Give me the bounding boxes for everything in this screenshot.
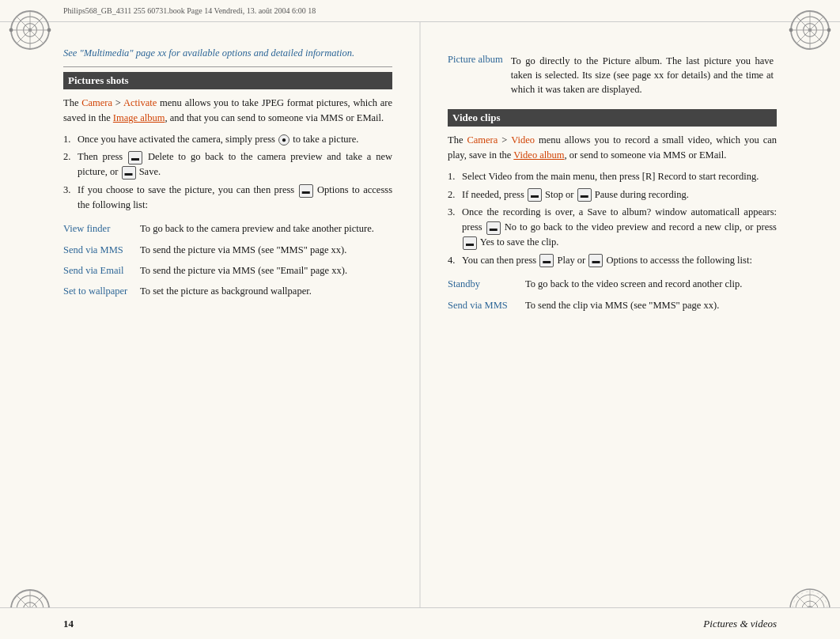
options-key-left: ▬ <box>299 184 313 198</box>
term-viewfinder: View finder <box>63 218 140 239</box>
footer-page-number: 14 <box>63 618 74 630</box>
image-album-link: Image album <box>113 112 165 123</box>
desc-picture-album: To go directly to the Picture album. The… <box>511 51 777 100</box>
options-key-right: ▬ <box>588 254 603 267</box>
content-area: See "Multimedia" page xx for available o… <box>0 22 840 607</box>
save-to-album-link: Save to album? <box>587 206 651 217</box>
section1-body: The Camera > Activate menu allows you to… <box>63 96 392 126</box>
step-r2: 2. If needed, press ▬ Stop or ▬ Pause du… <box>448 187 777 202</box>
section1-header: Pictures shots <box>63 72 392 89</box>
video-select-link: Video <box>488 171 512 182</box>
def-row-sendmms-right: Send via MMS To send the clip via MMS (s… <box>448 295 777 316</box>
def-row-picture-album: Picture album To go directly to the Pict… <box>448 51 777 100</box>
def-row-standby: Standby To go back to the video screen a… <box>448 274 777 294</box>
no-key: ▬ <box>486 221 501 235</box>
def-row-sendmms: Send via MMS To send the picture via MMS… <box>63 240 392 260</box>
picture-album-link: Picture album <box>603 55 660 66</box>
step-r4: 4. You can then press ▬ Play or ▬ Option… <box>448 253 777 268</box>
term-sendemail: Send via Email <box>63 260 140 281</box>
right-column: Picture album To go directly to the Pict… <box>420 22 840 607</box>
video-link: Video <box>511 134 535 146</box>
circle-key-1: ● <box>278 134 289 146</box>
term-setwallpaper: Set to wallpaper <box>63 281 140 301</box>
video-album-link: Video album <box>513 149 564 161</box>
save-key: ▬ <box>122 166 136 180</box>
desc-viewfinder: To go back to the camera preview and tak… <box>140 218 392 239</box>
def-row-setwallpaper: Set to wallpaper To set the picture as b… <box>63 281 392 301</box>
desc-sendmms: To send the picture via MMS (see "MMS" p… <box>140 240 392 260</box>
desc-standby: To go back to the video screen and recor… <box>525 274 777 294</box>
footer-title: Pictures & videos <box>703 618 777 630</box>
play-key: ▬ <box>539 254 554 267</box>
activate-link: Activate <box>123 97 157 108</box>
header-bar: Philips568_GB_4311 255 60731.book Page 1… <box>0 0 840 22</box>
yes-label: Yes <box>480 236 494 248</box>
def-row-sendemail: Send via Email To send the picture via M… <box>63 260 392 281</box>
options-label-left: Options <box>317 184 349 195</box>
camera-link: Camera <box>81 97 112 108</box>
intro-text: See "Multimedia" page xx for available o… <box>63 46 392 60</box>
term-sendmms-right: Send via MMS <box>448 295 525 316</box>
pause-key: ▬ <box>577 188 592 202</box>
desc-sendmms-right: To send the clip via MMS (see "MMS" page… <box>525 295 777 316</box>
page-container: Philips568_GB_4311 255 60731.book Page 1… <box>0 0 840 639</box>
footer-bar: 14 Pictures & videos <box>0 607 840 639</box>
term-sendmms: Send via MMS <box>63 240 140 260</box>
header-text: Philips568_GB_4311 255 60731.book Page 1… <box>63 6 316 15</box>
def-table-left: View finder To go back to the camera pre… <box>63 218 392 301</box>
term-picture-album: Picture album <box>448 51 511 100</box>
def-table-picture-album: Picture album To go directly to the Pict… <box>448 51 777 100</box>
step-r1: 1. Select Video from the main menu, then… <box>448 169 777 184</box>
step-2: 2. Then press ▬ Delete to go back to the… <box>63 149 392 180</box>
def-row-viewfinder: View finder To go back to the camera pre… <box>63 218 392 239</box>
play-label: Play <box>557 255 574 266</box>
step-3: 3. If you choose to save the picture, yo… <box>63 183 392 213</box>
term-standby: Standby <box>448 274 525 294</box>
delete-key: ▬ <box>128 151 142 164</box>
left-column: See "Multimedia" page xx for available o… <box>0 22 420 607</box>
stop-label: Stop <box>545 189 563 200</box>
record-link: Record <box>658 171 687 182</box>
delete-label: Delete <box>148 151 174 162</box>
step-1: 1. Once you have activated the camera, s… <box>63 132 392 147</box>
no-label: No <box>505 221 516 233</box>
desc-setwallpaper: To set the picture as background wallpap… <box>140 281 392 301</box>
section2-header: Video clips <box>448 109 777 127</box>
pause-label: Pause <box>595 189 618 200</box>
options-label-right: Options <box>607 255 638 266</box>
yes-key: ▬ <box>463 236 477 250</box>
camera-link-right: Camera <box>467 134 498 146</box>
steps-list-left: 1. Once you have activated the camera, s… <box>63 132 392 213</box>
desc-sendemail: To send the picture via MMS (see "Email"… <box>140 260 392 281</box>
stop-key: ▬ <box>528 188 542 202</box>
section-hr-left <box>63 66 392 67</box>
steps-list-right: 1. Select Video from the main menu, then… <box>448 169 777 268</box>
save-label: Save <box>139 166 158 177</box>
def-table-right: Standby To go back to the video screen a… <box>448 274 777 315</box>
section2-body: The Camera > Video menu allows you to re… <box>448 133 777 163</box>
step-r3: 3. Once the recording is over, a Save to… <box>448 205 777 249</box>
intro-italic-content: See "Multimedia" page xx for available o… <box>63 47 354 59</box>
